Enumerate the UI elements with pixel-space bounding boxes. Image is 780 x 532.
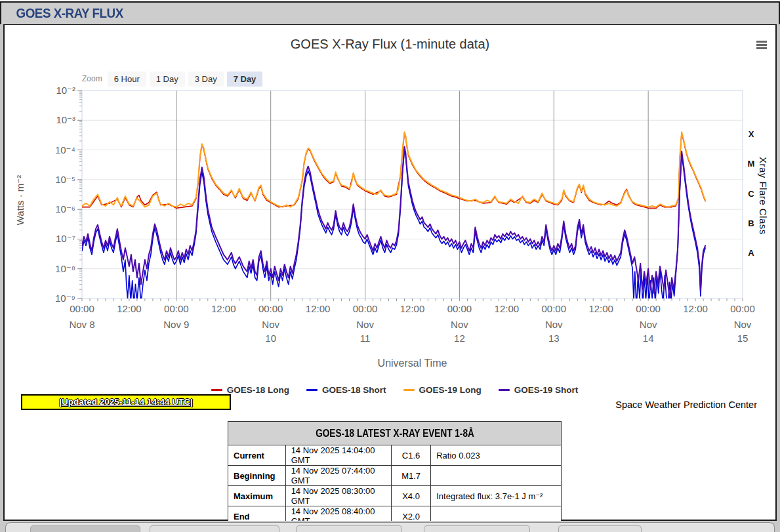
- y-tick-label: 10⁻²: [41, 86, 75, 95]
- event-cell-cls: C1.6: [391, 445, 430, 466]
- x-tick-label: 00:00: [625, 303, 671, 314]
- x-date-label: Nov 8: [59, 317, 105, 331]
- legend-item-goes-18-long[interactable]: GOES-18 Long: [211, 385, 289, 395]
- event-cell-tim: 14 Nov 2025 08:30:00 GMT: [285, 486, 391, 506]
- event-table-row: Current14 Nov 2025 14:04:00 GMTC1.6Ratio…: [228, 445, 562, 466]
- legend-label: GOES-18 Short: [322, 385, 386, 395]
- chart-panel: GOES X-Ray Flux (1-minute data) Zoom 6 H…: [3, 24, 777, 521]
- series-goes-18-short[interactable]: [82, 150, 705, 308]
- bottom-tab[interactable]: [558, 525, 642, 532]
- swpc-credit: Space Weather Prediction Center: [615, 399, 757, 410]
- flare-class-label-b: B: [745, 218, 758, 228]
- page: { "page": { "header_title": "GOES X-RAY …: [0, 0, 780, 532]
- x-tick-label: 12:00: [106, 303, 152, 314]
- legend-item-goes-18-short[interactable]: GOES-18 Short: [306, 385, 386, 395]
- x-tick-label: 12:00: [578, 303, 624, 314]
- page-header-bar: GOES X-RAY FLUX: [0, 3, 780, 24]
- event-cell-cls: M1.7: [391, 466, 430, 486]
- event-cell-nte: Integrated flux: 3.7e-1 J m⁻²: [431, 486, 562, 506]
- series-goes-18-long[interactable]: [82, 133, 705, 208]
- plot-border: [82, 91, 743, 298]
- x-date-label: Nov11: [342, 317, 388, 345]
- bottom-tab[interactable]: [150, 525, 279, 532]
- chart-legend: GOES-18 LongGOES-18 ShortGOES-19 LongGOE…: [5, 385, 780, 395]
- event-cell-nte: Ratio 0.023: [431, 445, 562, 466]
- event-cell-cls: X4.0: [391, 486, 430, 506]
- event-cell-lbl: Current: [228, 445, 286, 466]
- legend-label: GOES-19 Short: [514, 385, 579, 395]
- x-tick-label: 00:00: [59, 303, 105, 314]
- x-date-label: Nov10: [248, 317, 294, 345]
- event-cell-lbl: Beginning: [228, 466, 286, 486]
- bottom-tab[interactable]: [424, 525, 530, 532]
- y-tick-label: 10⁻⁷: [41, 234, 75, 243]
- x-tick-label: 12:00: [295, 303, 341, 314]
- event-cell-tim: 14 Nov 2025 07:44:00 GMT: [285, 466, 391, 486]
- legend-swatch: [403, 389, 415, 391]
- flare-class-label-a: A: [745, 248, 758, 258]
- bottom-tab[interactable]: [296, 525, 402, 532]
- x-tick-label: 12:00: [672, 303, 718, 314]
- event-cell-nte: [431, 466, 562, 486]
- event-cell-tim: 14 Nov 2025 14:04:00 GMT: [285, 445, 391, 466]
- legend-swatch: [306, 389, 318, 391]
- x-tick-label: 00:00: [531, 303, 577, 314]
- flare-class-label-c: C: [745, 189, 758, 199]
- x-date-label: Nov15: [720, 317, 766, 345]
- legend-item-goes-19-short[interactable]: GOES-19 Short: [499, 385, 579, 395]
- legend-swatch: [211, 389, 222, 391]
- event-table-row: Maximum14 Nov 2025 08:30:00 GMTX4.0Integ…: [228, 486, 562, 506]
- x-date-label: Nov 9: [154, 317, 199, 331]
- y-tick-label: 10⁻⁴: [41, 146, 75, 155]
- legend-swatch: [499, 389, 510, 391]
- x-axis-title: Universal Time: [82, 358, 743, 369]
- flare-class-label-x: X: [745, 129, 758, 139]
- event-table-row: Beginning14 Nov 2025 07:44:00 GMTM1.7: [228, 466, 562, 486]
- bottom-tab-strip: [0, 521, 780, 531]
- x-tick-label: 12:00: [483, 303, 529, 314]
- y-tick-label: 10⁻⁸: [41, 264, 75, 274]
- legend-item-goes-19-long[interactable]: GOES-19 Long: [403, 385, 482, 395]
- y-tick-label: 10⁻³: [41, 115, 75, 125]
- x-date-label: Nov14: [625, 317, 671, 345]
- page-title: GOES X-RAY FLUX: [1, 6, 123, 21]
- x-date-label: Nov12: [436, 317, 482, 345]
- bottom-tab-container: [5, 522, 775, 532]
- x-tick-label: 00:00: [436, 303, 482, 314]
- x-date-label: Nov13: [531, 317, 577, 345]
- y-tick-label: 10⁻⁹: [41, 294, 75, 303]
- x-tick-label: 00:00: [342, 303, 388, 314]
- x-tick-label: 00:00: [720, 303, 766, 314]
- bottom-tab[interactable]: [30, 525, 140, 532]
- latest-xray-event-table: GOES-18 LATEST X-RAY EVENT 1-8Å Current1…: [228, 421, 562, 527]
- x-tick-label: 00:00: [248, 303, 294, 314]
- x-tick-label: 00:00: [154, 303, 199, 314]
- legend-label: GOES-18 Long: [227, 385, 289, 395]
- flare-class-label-m: M: [745, 159, 758, 169]
- x-tick-label: 12:00: [201, 303, 247, 314]
- y-axis-title: Watts · m⁻²: [14, 161, 26, 239]
- y-tick-label: 10⁻⁶: [41, 205, 75, 214]
- updated-timestamp: |Updated 2025-11-14 14:44 UTC|: [21, 394, 231, 410]
- legend-label: GOES-19 Long: [419, 385, 482, 395]
- right-axis-title: Xray Flare Class: [758, 140, 769, 251]
- x-tick-label: 12:00: [390, 303, 436, 314]
- series-goes-19-short[interactable]: [82, 146, 705, 298]
- y-tick-label: 10⁻⁵: [41, 175, 75, 184]
- event-cell-lbl: Maximum: [228, 486, 286, 506]
- event-table-title: GOES-18 LATEST X-RAY EVENT 1-8Å: [228, 422, 562, 445]
